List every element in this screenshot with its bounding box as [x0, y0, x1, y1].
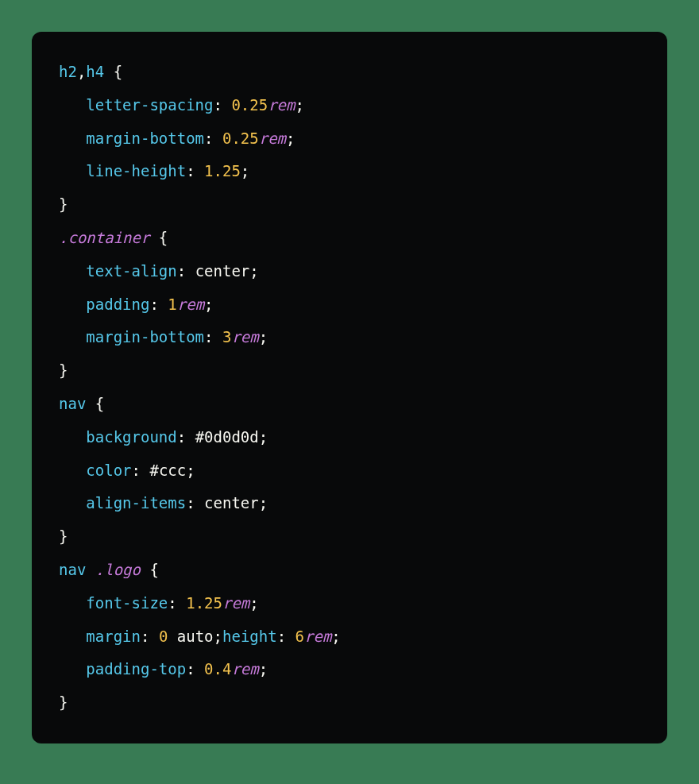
token-selector: nav — [59, 561, 86, 578]
token-prop: margin-bottom — [86, 328, 204, 346]
token-punc: ; — [214, 628, 222, 645]
token-punc: ; — [241, 162, 249, 180]
token-brace: } — [59, 195, 68, 213]
token-punc: ; — [259, 660, 268, 678]
token-punc: ; — [331, 628, 340, 645]
token-prop: color — [86, 462, 131, 479]
token-value: auto — [177, 628, 214, 645]
token-punc: ; — [259, 494, 268, 512]
token-punc: ; — [295, 96, 303, 114]
token-number: 3 — [222, 328, 231, 346]
token-colon: : — [141, 628, 149, 645]
token-number: 0 — [159, 628, 168, 645]
token-selector: h4 — [86, 63, 104, 80]
token-class: .container — [59, 229, 149, 246]
token-punc: ; — [259, 328, 268, 346]
token-punc: ; — [259, 428, 268, 446]
token-brace: } — [59, 693, 68, 711]
token-unit: rem — [268, 96, 295, 114]
token-colon: : — [168, 594, 176, 612]
token-colon: : — [277, 628, 286, 645]
token-hex: #ccc — [149, 462, 186, 479]
token-brace: { — [114, 63, 122, 80]
token-unit: rem — [222, 594, 249, 612]
token-prop: margin — [86, 628, 141, 645]
token-unit: rem — [304, 628, 331, 645]
token-colon: : — [204, 129, 213, 147]
token-number: 0.25 — [222, 129, 259, 147]
css-code: h2,h4 { letter-spacing: 0.25rem; margin-… — [59, 63, 341, 711]
token-number: 0.4 — [204, 660, 231, 678]
token-brace: } — [59, 527, 68, 545]
code-block[interactable]: h2,h4 { letter-spacing: 0.25rem; margin-… — [32, 32, 667, 743]
token-punc: ; — [286, 129, 295, 147]
token-colon: : — [177, 428, 186, 446]
token-colon: : — [177, 262, 186, 280]
token-punc: ; — [186, 462, 195, 479]
token-prop: margin-bottom — [86, 129, 204, 147]
token-number: 6 — [295, 628, 304, 645]
token-colon: : — [213, 96, 222, 114]
token-brace: { — [159, 229, 168, 246]
token-punc: ; — [204, 295, 213, 313]
token-colon: : — [186, 660, 195, 678]
token-colon: : — [132, 462, 141, 479]
token-colon: : — [186, 162, 195, 180]
token-prop: line-height — [86, 162, 186, 180]
token-hex: #0d0d0d — [195, 428, 259, 446]
token-unit: rem — [231, 328, 258, 346]
token-prop: background — [86, 428, 176, 446]
token-punc: ; — [249, 594, 258, 612]
token-selector: nav — [59, 395, 86, 412]
token-prop: height — [222, 628, 277, 645]
token-brace: } — [59, 361, 68, 379]
token-value: center — [195, 262, 250, 280]
token-colon: : — [204, 328, 213, 346]
token-prop: padding-top — [86, 660, 186, 678]
token-value: center — [204, 494, 259, 512]
token-brace: { — [95, 395, 104, 412]
token-selector: h2 — [59, 63, 77, 80]
token-prop: font-size — [86, 594, 168, 612]
token-prop: align-items — [86, 494, 186, 512]
token-unit: rem — [177, 295, 204, 313]
token-number: 1.25 — [204, 162, 241, 180]
token-prop: letter-spacing — [86, 96, 213, 114]
token-punc: ; — [249, 262, 258, 280]
token-number: 0.25 — [231, 96, 268, 114]
token-class: .logo — [95, 561, 141, 578]
token-prop: text-align — [86, 262, 176, 280]
token-punc: , — [77, 63, 86, 80]
token-prop: padding — [86, 295, 149, 313]
token-unit: rem — [259, 129, 286, 147]
token-unit: rem — [231, 660, 258, 678]
token-brace: { — [149, 561, 158, 578]
token-colon: : — [149, 295, 158, 313]
token-number: 1.25 — [186, 594, 222, 612]
token-number: 1 — [168, 295, 176, 313]
token-colon: : — [186, 494, 195, 512]
